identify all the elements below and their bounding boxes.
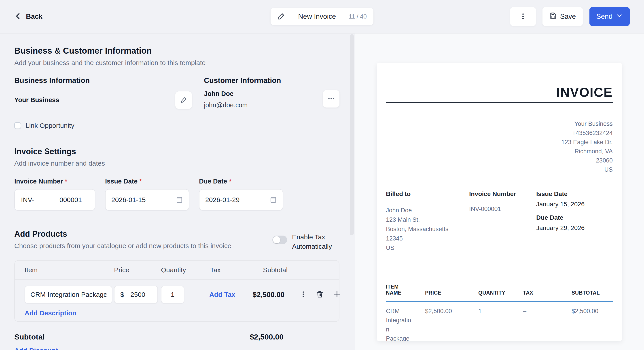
required-asterisk: * <box>139 178 142 185</box>
issue-date-input-box[interactable] <box>105 189 189 211</box>
add-products-header: Add Products Choose products from your c… <box>14 229 340 251</box>
top-bar: Back New Invoice 11 / 40 Save Send <box>0 0 644 33</box>
title-char-counter: 11 / 40 <box>348 13 367 20</box>
customer-name: John Doe <box>204 90 248 97</box>
business-address-line: Your Business <box>386 119 613 128</box>
preview-header-price: PRICE <box>425 290 478 296</box>
due-date-input[interactable] <box>205 196 270 204</box>
quantity-input-box[interactable] <box>161 286 184 304</box>
preview-item-tax: – <box>523 307 572 316</box>
add-discount-link[interactable]: Add Discount <box>14 347 58 350</box>
enable-tax-block: Enable Tax Automatically <box>272 232 340 251</box>
due-date-field: Due Date* <box>199 178 283 211</box>
business-info-column: Business Information Your Business <box>14 76 204 109</box>
link-opportunity-label: Link Opportunity <box>26 122 74 129</box>
preview-item-subtotal: $2,500.00 <box>572 307 613 316</box>
chevron-left-icon <box>14 12 22 21</box>
preview-invoice-number: INV-000001 <box>469 206 536 213</box>
column-header-subtotal: Subtotal <box>248 266 300 274</box>
business-address-line: Richmond, VA <box>386 147 613 156</box>
required-asterisk: * <box>229 178 232 185</box>
column-header-price: Price <box>114 266 161 274</box>
preview-business-address: Your Business+43536232424123 Eagle Lake … <box>386 119 613 174</box>
back-button[interactable]: Back <box>14 12 42 21</box>
issue-date-field: Issue Date* <box>105 178 189 211</box>
customer-row: John Doe john@doe.com <box>204 90 340 109</box>
customer-identity: John Doe john@doe.com <box>204 90 248 109</box>
info-section-subheading: Add your business and the customer infor… <box>14 58 340 67</box>
preview-issue-date: January 15, 2026 <box>536 201 613 208</box>
save-button[interactable]: Save <box>542 7 583 26</box>
delete-row-icon[interactable] <box>316 290 324 299</box>
invoice-settings-subheading: Add invoice number and dates <box>14 159 340 168</box>
row-kebab-menu-icon[interactable] <box>300 291 307 299</box>
row-subtotal-value: $2,500.00 <box>248 286 300 304</box>
kebab-menu-icon <box>519 12 527 21</box>
invoice-number-segment[interactable] <box>53 190 95 210</box>
calendar-icon[interactable] <box>270 196 277 204</box>
item-name-input-box[interactable] <box>24 286 112 304</box>
products-table-header: Item Price Quantity Tax Subtotal <box>15 261 339 280</box>
item-cell: Add Description <box>24 286 114 317</box>
due-date-input-box[interactable] <box>199 189 283 211</box>
pencil-icon <box>180 96 188 104</box>
preview-issue-date-label: Issue Date <box>536 190 613 198</box>
column-header-quantity: Quantity <box>161 266 201 274</box>
preview-invoice-number-label: Invoice Number <box>469 190 536 198</box>
currency-symbol: $ <box>120 291 124 298</box>
business-address-line: US <box>386 165 613 174</box>
save-label: Save <box>560 12 576 20</box>
billed-to-lines: John Doe123 Main St.Boston, Massachusett… <box>386 206 469 253</box>
editor-scrollbar[interactable] <box>350 34 354 235</box>
add-row-icon[interactable] <box>333 290 341 299</box>
invoice-number-input[interactable] <box>60 196 95 204</box>
due-date-label: Due Date* <box>199 178 283 185</box>
calendar-icon[interactable] <box>176 196 183 204</box>
topbar-actions: Save Send <box>510 7 630 26</box>
add-tax-link[interactable]: Add Tax <box>201 291 235 298</box>
column-header-tax: Tax <box>201 266 248 274</box>
add-products-subheading: Choose products from your catalogue or a… <box>14 241 232 250</box>
preview-header-subtotal: SUBTOTAL <box>572 290 613 296</box>
business-row: Your Business <box>14 91 204 109</box>
title-rule <box>386 102 613 103</box>
price-input[interactable] <box>124 291 152 298</box>
enable-tax-toggle[interactable] <box>272 236 287 244</box>
invoice-prefix-segment[interactable] <box>15 190 53 210</box>
required-asterisk: * <box>65 178 67 185</box>
send-button[interactable]: Send <box>590 7 630 26</box>
issue-date-input[interactable] <box>111 196 176 204</box>
billed-to-line: John Doe <box>386 206 469 215</box>
add-description-link[interactable]: Add Description <box>24 309 76 317</box>
column-header-item: Item <box>24 266 114 274</box>
preview-item-name: CRM Integration Package <box>386 307 412 341</box>
price-input-box[interactable]: $ <box>114 286 158 304</box>
back-label: Back <box>26 12 42 20</box>
invoice-number-block: Invoice Number INV-000001 <box>469 190 536 253</box>
preview-header-tax: TAX <box>523 290 572 296</box>
billed-to-line: 12345 <box>386 234 469 243</box>
more-options-button[interactable] <box>510 7 536 26</box>
billed-to-label: Billed to <box>386 190 469 198</box>
ellipsis-icon <box>327 95 335 103</box>
edit-business-button[interactable] <box>175 91 192 109</box>
billed-to-line: Boston, Massachusetts <box>386 224 469 234</box>
subtotal-summary-row: Subtotal $2,500.00 <box>14 333 284 341</box>
link-opportunity-checkbox[interactable] <box>14 122 21 129</box>
business-address-line: +43536232424 <box>386 128 613 138</box>
invoice-title-pill[interactable]: New Invoice 11 / 40 <box>270 8 374 25</box>
preview-due-date-label: Due Date <box>536 214 613 221</box>
invoice-preview-paper: INVOICE Your Business+43536232424123 Eag… <box>377 63 622 341</box>
customer-options-button[interactable] <box>323 90 340 107</box>
quantity-input[interactable] <box>162 291 184 298</box>
invoice-prefix-input[interactable] <box>21 196 53 204</box>
tax-cell: Add Tax <box>201 286 248 304</box>
billed-to-line: 123 Main St. <box>386 215 469 224</box>
subtotal-summary-label: Subtotal <box>14 333 45 341</box>
billed-to-block: Billed to John Doe123 Main St.Boston, Ma… <box>386 190 469 253</box>
item-name-input[interactable] <box>30 291 106 298</box>
invoice-number-field: Invoice Number* <box>14 178 95 211</box>
customer-info-column: Customer Information John Doe john@doe.c… <box>204 76 340 109</box>
preview-item-quantity: 1 <box>478 307 523 316</box>
link-opportunity-row: Link Opportunity <box>14 122 340 129</box>
